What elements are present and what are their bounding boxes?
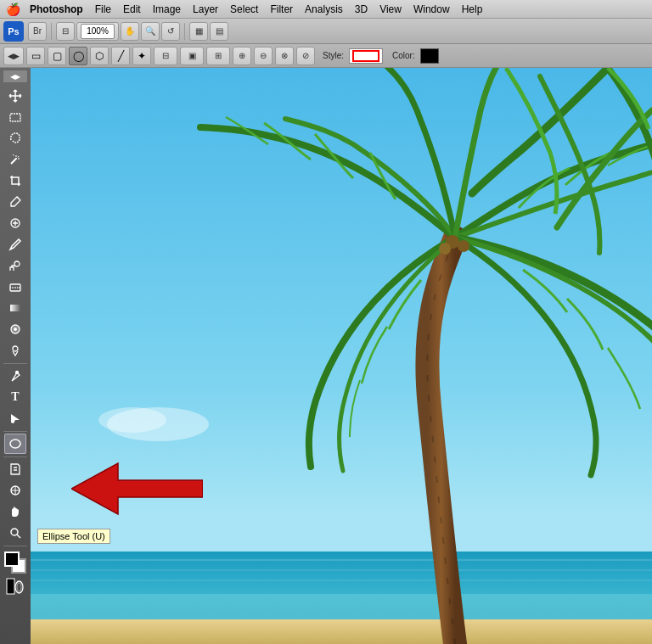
custom-shape-tool-btn[interactable]: ✦: [132, 47, 151, 65]
tools-sidebar: ◀▶: [0, 68, 31, 644]
tool-ellipse-shape[interactable]: [4, 434, 26, 454]
tool-pen[interactable]: [4, 366, 26, 386]
toolbar-separator-2: [184, 23, 185, 40]
svg-marker-31: [71, 463, 203, 514]
menu-photoshop[interactable]: Photoshop: [24, 2, 89, 17]
svg-line-15: [17, 535, 20, 538]
svg-point-14: [11, 529, 18, 535]
tool-separator-2: [3, 431, 27, 432]
tool-zoom[interactable]: [4, 523, 26, 543]
apple-menu[interactable]: 🍎: [5, 2, 20, 17]
tool-crop[interactable]: [4, 171, 26, 191]
svg-rect-27: [31, 619, 652, 644]
style-label: Style:: [323, 51, 344, 60]
canvas-scene: [31, 68, 652, 644]
rotate-tool-btn[interactable]: ↺: [161, 22, 180, 41]
quick-mask-btn[interactable]: [4, 577, 26, 596]
view-mode-btn[interactable]: ⊟: [56, 22, 75, 41]
menu-file[interactable]: File: [89, 2, 117, 17]
polygon-tool-btn[interactable]: ⬡: [90, 47, 109, 65]
path-mode-btn[interactable]: ⊟: [154, 47, 177, 65]
tool-separator-3: [3, 456, 27, 457]
menu-layer[interactable]: Layer: [187, 2, 224, 17]
tool-eraser[interactable]: [4, 277, 26, 297]
menu-select[interactable]: Select: [224, 2, 264, 17]
path-ops-btn2[interactable]: ⊖: [254, 47, 273, 65]
cs-btn[interactable]: ▤: [210, 22, 228, 41]
menu-filter[interactable]: Filter: [264, 2, 299, 17]
main-area: ◀▶: [0, 68, 652, 644]
line-tool-btn[interactable]: ╱: [111, 47, 130, 65]
svg-point-9: [16, 372, 19, 374]
tool-hand[interactable]: [4, 501, 26, 522]
svg-point-8: [13, 346, 18, 351]
tool-blur[interactable]: [4, 319, 26, 339]
tool-text[interactable]: T: [4, 387, 26, 407]
bridge-btn[interactable]: Br: [28, 22, 47, 41]
tool-marquee[interactable]: [4, 107, 26, 127]
ps-logo: Ps: [3, 21, 24, 42]
rounded-rect-tool-btn[interactable]: ▢: [48, 47, 66, 65]
path-ops-btn1[interactable]: ⊕: [233, 47, 251, 65]
zoom-input[interactable]: [81, 24, 115, 39]
svg-rect-5: [10, 305, 20, 311]
menu-image[interactable]: Image: [147, 2, 187, 17]
toolbar-separator-1: [51, 23, 52, 40]
path-ops-btn3[interactable]: ⊗: [275, 47, 294, 65]
arrange-btn[interactable]: ▦: [189, 22, 208, 41]
tool-path-select[interactable]: [4, 408, 26, 428]
menu-bar: 🍎 Photoshop File Edit Image Layer Select…: [0, 0, 652, 19]
svg-rect-18: [17, 583, 21, 591]
rect-tool-btn[interactable]: ▭: [26, 47, 45, 65]
svg-point-1: [15, 158, 17, 160]
menu-analysis[interactable]: Analysis: [299, 2, 349, 17]
canvas-area: Ellipse Tool (U): [31, 68, 652, 644]
menu-help[interactable]: Help: [456, 2, 489, 17]
tool-dodge[interactable]: [4, 340, 26, 361]
menu-3d[interactable]: 3D: [349, 2, 374, 17]
path-ops-btn4[interactable]: ⊘: [296, 47, 315, 65]
path-mode-btn2[interactable]: ▣: [180, 47, 204, 65]
tool-separator-4: [3, 546, 27, 546]
sidebar-collapse-btn[interactable]: ◀▶: [3, 70, 28, 83]
tool-brush[interactable]: [4, 234, 26, 255]
main-toolbar: Ps Br ⊟ ✋ 🔍 ↺ ▦ ▤: [0, 19, 652, 44]
style-inner: [352, 50, 379, 62]
hand-tool-btn[interactable]: ✋: [121, 22, 139, 41]
options-toolbar: ◀▶ ▭ ▢ ◯ ⬡ ╱ ✦ ⊟ ▣ ⊞ ⊕ ⊖ ⊗ ⊘ Style: Colo…: [0, 44, 652, 68]
tool-gradient[interactable]: [4, 298, 26, 318]
menu-window[interactable]: Window: [408, 2, 456, 17]
tool-magic-wand[interactable]: [4, 149, 26, 170]
red-arrow-svg: [71, 459, 203, 518]
tool-healing[interactable]: [4, 213, 26, 233]
tool-move[interactable]: [4, 86, 26, 106]
tool-lasso[interactable]: [4, 128, 26, 148]
svg-point-10: [10, 440, 20, 448]
tool-notes[interactable]: [4, 459, 26, 479]
zoom-display[interactable]: [76, 22, 119, 41]
tool-clone-stamp[interactable]: [4, 255, 26, 276]
svg-rect-0: [10, 114, 20, 121]
svg-point-3: [14, 261, 20, 266]
tool-eyedropper[interactable]: [4, 192, 26, 212]
svg-rect-16: [7, 579, 14, 594]
tool-options-toggle[interactable]: ◀▶: [3, 47, 24, 65]
ellipse-tool-btn[interactable]: ◯: [69, 47, 87, 65]
color-swatch[interactable]: [420, 48, 439, 64]
zoom-tool-btn[interactable]: 🔍: [141, 22, 160, 41]
svg-point-7: [14, 328, 17, 331]
path-mode-btn3[interactable]: ⊞: [206, 47, 230, 65]
menu-view[interactable]: View: [374, 2, 408, 17]
color-label: Color:: [392, 51, 415, 60]
foreground-color[interactable]: [4, 552, 20, 567]
menu-edit[interactable]: Edit: [117, 2, 147, 17]
tool-separator-1: [3, 363, 27, 364]
tooltip-arrow: [71, 459, 203, 518]
tool-color-sampler[interactable]: [4, 480, 26, 501]
fg-bg-colors[interactable]: [4, 552, 26, 574]
style-swatch[interactable]: [349, 48, 383, 64]
svg-point-30: [458, 240, 469, 252]
svg-point-29: [439, 243, 451, 255]
svg-point-21: [98, 407, 166, 433]
